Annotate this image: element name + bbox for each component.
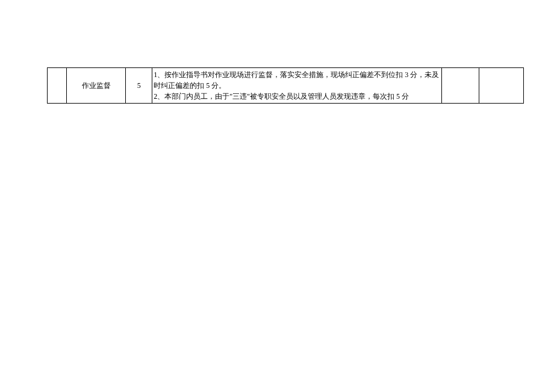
cell-blank-2 xyxy=(479,68,523,104)
table-row: 作业监督 5 1、按作业指导书对作业现场进行监督，落实安全措施，现场纠正偏差不到… xyxy=(48,68,524,104)
cell-blank-1 xyxy=(441,68,479,104)
assessment-table: 作业监督 5 1、按作业指导书对作业现场进行监督，落实安全措施，现场纠正偏差不到… xyxy=(47,67,524,104)
cell-index xyxy=(48,68,67,104)
cell-category: 作业监督 xyxy=(67,68,126,104)
cell-description: 1、按作业指导书对作业现场进行监督，落实安全措施，现场纠正偏差不到位扣 3 分，… xyxy=(152,68,442,104)
cell-score: 5 xyxy=(126,68,152,104)
document-page: 作业监督 5 1、按作业指导书对作业现场进行监督，落实安全措施，现场纠正偏差不到… xyxy=(0,0,554,392)
table-wrapper: 作业监督 5 1、按作业指导书对作业现场进行监督，落实安全措施，现场纠正偏差不到… xyxy=(47,67,524,104)
